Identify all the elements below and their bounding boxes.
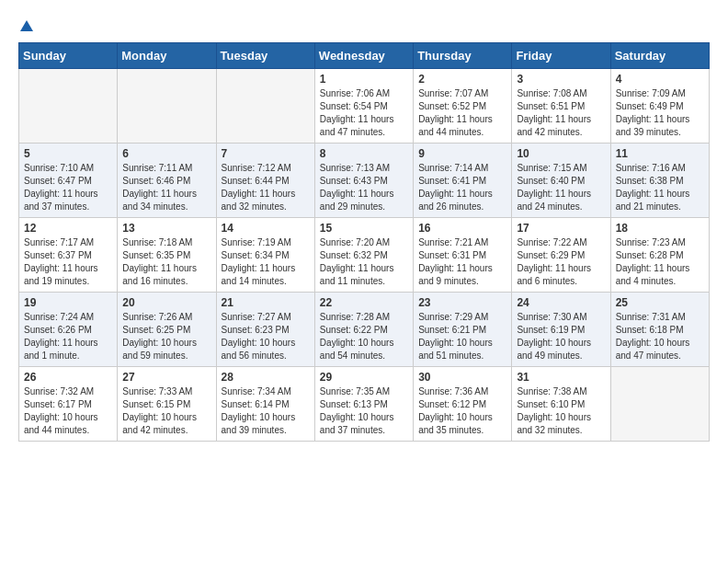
calendar-cell: 17Sunrise: 7:22 AM Sunset: 6:29 PM Dayli… xyxy=(512,218,610,293)
calendar-week-row: 5Sunrise: 7:10 AM Sunset: 6:47 PM Daylig… xyxy=(19,144,710,218)
calendar-cell: 22Sunrise: 7:28 AM Sunset: 6:22 PM Dayli… xyxy=(314,293,413,367)
logo-icon xyxy=(19,18,34,33)
day-header-monday: Monday xyxy=(118,43,216,69)
calendar-cell: 10Sunrise: 7:15 AM Sunset: 6:40 PM Dayli… xyxy=(512,144,610,218)
day-info: Sunrise: 7:17 AM Sunset: 6:37 PM Dayligh… xyxy=(24,236,112,288)
calendar-cell: 15Sunrise: 7:20 AM Sunset: 6:32 PM Dayli… xyxy=(314,218,413,293)
day-info: Sunrise: 7:09 AM Sunset: 6:49 PM Dayligh… xyxy=(616,87,704,139)
day-info: Sunrise: 7:10 AM Sunset: 6:47 PM Dayligh… xyxy=(24,162,112,213)
day-number: 30 xyxy=(418,371,506,384)
day-number: 9 xyxy=(418,147,506,160)
day-info: Sunrise: 7:12 AM Sunset: 6:44 PM Dayligh… xyxy=(222,162,310,213)
day-info: Sunrise: 7:31 AM Sunset: 6:18 PM Dayligh… xyxy=(616,311,704,362)
day-header-tuesday: Tuesday xyxy=(216,43,314,69)
day-info: Sunrise: 7:18 AM Sunset: 6:35 PM Dayligh… xyxy=(122,236,210,288)
day-number: 6 xyxy=(122,147,210,160)
day-info: Sunrise: 7:36 AM Sunset: 6:12 PM Dayligh… xyxy=(418,385,506,437)
calendar-cell: 4Sunrise: 7:09 AM Sunset: 6:49 PM Daylig… xyxy=(610,69,709,144)
calendar-cell: 12Sunrise: 7:17 AM Sunset: 6:37 PM Dayli… xyxy=(19,218,118,293)
day-header-sunday: Sunday xyxy=(19,43,118,69)
day-info: Sunrise: 7:20 AM Sunset: 6:32 PM Dayligh… xyxy=(320,236,408,288)
calendar-cell: 13Sunrise: 7:18 AM Sunset: 6:35 PM Dayli… xyxy=(118,218,216,293)
day-info: Sunrise: 7:19 AM Sunset: 6:34 PM Dayligh… xyxy=(222,236,310,288)
calendar-cell xyxy=(19,69,118,144)
day-number: 25 xyxy=(616,296,704,309)
day-number: 12 xyxy=(24,222,112,235)
day-info: Sunrise: 7:35 AM Sunset: 6:13 PM Dayligh… xyxy=(320,385,408,437)
calendar-cell: 11Sunrise: 7:16 AM Sunset: 6:38 PM Dayli… xyxy=(610,144,709,218)
day-info: Sunrise: 7:26 AM Sunset: 6:25 PM Dayligh… xyxy=(122,311,210,362)
day-info: Sunrise: 7:23 AM Sunset: 6:28 PM Dayligh… xyxy=(616,236,704,288)
day-number: 3 xyxy=(517,73,605,86)
day-info: Sunrise: 7:30 AM Sunset: 6:19 PM Dayligh… xyxy=(517,311,605,362)
calendar-cell: 21Sunrise: 7:27 AM Sunset: 6:23 PM Dayli… xyxy=(216,293,314,367)
day-number: 23 xyxy=(418,296,506,309)
logo xyxy=(18,18,35,33)
day-header-thursday: Thursday xyxy=(414,43,512,69)
day-info: Sunrise: 7:11 AM Sunset: 6:46 PM Dayligh… xyxy=(122,162,210,213)
calendar-table: SundayMondayTuesdayWednesdayThursdayFrid… xyxy=(18,42,710,442)
svg-marker-0 xyxy=(20,20,33,31)
day-info: Sunrise: 7:22 AM Sunset: 6:29 PM Dayligh… xyxy=(517,236,605,288)
calendar-cell xyxy=(216,69,314,144)
day-number: 15 xyxy=(320,222,408,235)
day-number: 24 xyxy=(517,296,605,309)
day-number: 21 xyxy=(222,296,310,309)
calendar-cell: 28Sunrise: 7:34 AM Sunset: 6:14 PM Dayli… xyxy=(216,367,314,442)
calendar-cell: 26Sunrise: 7:32 AM Sunset: 6:17 PM Dayli… xyxy=(19,367,118,442)
day-number: 19 xyxy=(24,296,112,309)
day-info: Sunrise: 7:29 AM Sunset: 6:21 PM Dayligh… xyxy=(418,311,506,362)
calendar-cell: 24Sunrise: 7:30 AM Sunset: 6:19 PM Dayli… xyxy=(512,293,610,367)
calendar-header-row: SundayMondayTuesdayWednesdayThursdayFrid… xyxy=(19,43,710,69)
day-number: 18 xyxy=(616,222,704,235)
day-number: 4 xyxy=(616,73,704,86)
calendar-cell: 9Sunrise: 7:14 AM Sunset: 6:41 PM Daylig… xyxy=(414,144,512,218)
day-info: Sunrise: 7:24 AM Sunset: 6:26 PM Dayligh… xyxy=(24,311,112,362)
day-number: 5 xyxy=(24,147,112,160)
day-number: 20 xyxy=(122,296,210,309)
day-number: 16 xyxy=(418,222,506,235)
calendar-cell: 23Sunrise: 7:29 AM Sunset: 6:21 PM Dayli… xyxy=(414,293,512,367)
day-header-saturday: Saturday xyxy=(610,43,709,69)
day-info: Sunrise: 7:34 AM Sunset: 6:14 PM Dayligh… xyxy=(222,385,310,437)
calendar-cell: 31Sunrise: 7:38 AM Sunset: 6:10 PM Dayli… xyxy=(512,367,610,442)
day-info: Sunrise: 7:06 AM Sunset: 6:54 PM Dayligh… xyxy=(320,87,408,139)
calendar-body: 1Sunrise: 7:06 AM Sunset: 6:54 PM Daylig… xyxy=(19,69,710,442)
calendar-cell: 30Sunrise: 7:36 AM Sunset: 6:12 PM Dayli… xyxy=(414,367,512,442)
calendar-cell: 16Sunrise: 7:21 AM Sunset: 6:31 PM Dayli… xyxy=(414,218,512,293)
day-number: 28 xyxy=(222,371,310,384)
day-number: 31 xyxy=(517,371,605,384)
day-number: 8 xyxy=(320,147,408,160)
calendar-cell: 2Sunrise: 7:07 AM Sunset: 6:52 PM Daylig… xyxy=(414,69,512,144)
calendar-cell: 6Sunrise: 7:11 AM Sunset: 6:46 PM Daylig… xyxy=(118,144,216,218)
calendar-week-row: 26Sunrise: 7:32 AM Sunset: 6:17 PM Dayli… xyxy=(19,367,710,442)
day-info: Sunrise: 7:27 AM Sunset: 6:23 PM Dayligh… xyxy=(222,311,310,362)
calendar-cell: 20Sunrise: 7:26 AM Sunset: 6:25 PM Dayli… xyxy=(118,293,216,367)
day-info: Sunrise: 7:16 AM Sunset: 6:38 PM Dayligh… xyxy=(616,162,704,213)
day-number: 1 xyxy=(320,73,408,86)
calendar-cell: 19Sunrise: 7:24 AM Sunset: 6:26 PM Dayli… xyxy=(19,293,118,367)
day-number: 11 xyxy=(616,147,704,160)
day-info: Sunrise: 7:28 AM Sunset: 6:22 PM Dayligh… xyxy=(320,311,408,362)
calendar-cell: 1Sunrise: 7:06 AM Sunset: 6:54 PM Daylig… xyxy=(314,69,413,144)
calendar-cell xyxy=(118,69,216,144)
day-number: 27 xyxy=(122,371,210,384)
day-number: 26 xyxy=(24,371,112,384)
day-info: Sunrise: 7:38 AM Sunset: 6:10 PM Dayligh… xyxy=(517,385,605,437)
day-number: 7 xyxy=(222,147,310,160)
calendar-cell: 3Sunrise: 7:08 AM Sunset: 6:51 PM Daylig… xyxy=(512,69,610,144)
calendar-cell: 18Sunrise: 7:23 AM Sunset: 6:28 PM Dayli… xyxy=(610,218,709,293)
day-info: Sunrise: 7:21 AM Sunset: 6:31 PM Dayligh… xyxy=(418,236,506,288)
calendar-cell: 29Sunrise: 7:35 AM Sunset: 6:13 PM Dayli… xyxy=(314,367,413,442)
day-number: 2 xyxy=(418,73,506,86)
calendar-cell: 8Sunrise: 7:13 AM Sunset: 6:43 PM Daylig… xyxy=(314,144,413,218)
day-info: Sunrise: 7:07 AM Sunset: 6:52 PM Dayligh… xyxy=(418,87,506,139)
calendar-cell: 5Sunrise: 7:10 AM Sunset: 6:47 PM Daylig… xyxy=(19,144,118,218)
calendar-cell: 27Sunrise: 7:33 AM Sunset: 6:15 PM Dayli… xyxy=(118,367,216,442)
calendar-week-row: 19Sunrise: 7:24 AM Sunset: 6:26 PM Dayli… xyxy=(19,293,710,367)
calendar-week-row: 12Sunrise: 7:17 AM Sunset: 6:37 PM Dayli… xyxy=(19,218,710,293)
day-info: Sunrise: 7:08 AM Sunset: 6:51 PM Dayligh… xyxy=(517,87,605,139)
day-number: 29 xyxy=(320,371,408,384)
day-number: 13 xyxy=(122,222,210,235)
day-info: Sunrise: 7:15 AM Sunset: 6:40 PM Dayligh… xyxy=(517,162,605,213)
